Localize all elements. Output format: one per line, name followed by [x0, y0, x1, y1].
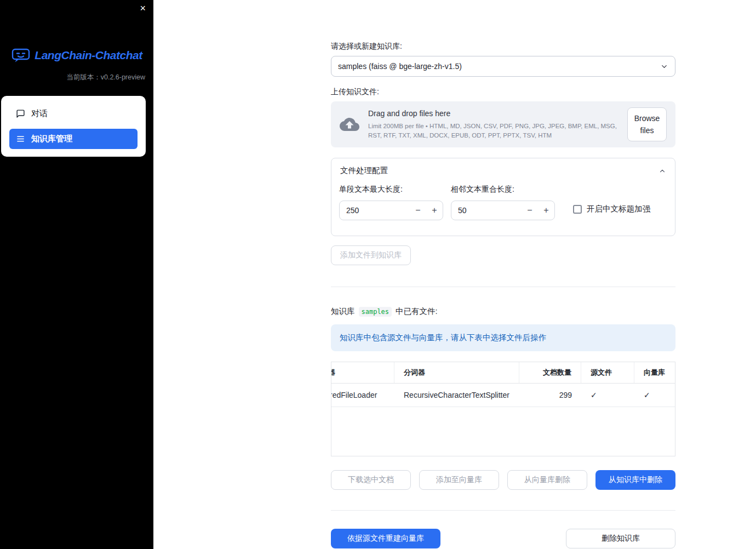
cell-doc-count: 299: [519, 391, 581, 399]
delete-from-kb-button[interactable]: 从知识库中删除: [595, 470, 675, 490]
decrement-button[interactable]: −: [522, 205, 538, 215]
sidebar-menu: 对话 知识库管理: [1, 96, 146, 157]
sidebar-close-icon[interactable]: ×: [140, 3, 146, 13]
sidebar-item-knowledge-base[interactable]: 知识库管理: [9, 129, 138, 149]
chunk-size-field: 单段文本最大长度: 250 − +: [339, 185, 443, 220]
file-config-expander: 文件处理配置 单段文本最大长度: 250 − + 相邻文本重合长度: 50: [331, 158, 675, 236]
kb-select-value: samples (faiss @ bge-large-zh-v1.5): [338, 62, 462, 71]
dropzone-title: Drag and drop files here: [368, 109, 618, 118]
sidebar-item-dialogue[interactable]: 对话: [9, 104, 138, 124]
chunk-overlap-field: 相邻文本重合长度: 50 − +: [451, 185, 555, 220]
dropzone-text: Drag and drop files here Limit 200MB per…: [368, 109, 618, 140]
expander-body: 单段文本最大长度: 250 − + 相邻文本重合长度: 50 − +: [331, 182, 675, 236]
chevron-down-icon: [660, 62, 668, 71]
chunk-size-value[interactable]: 250: [340, 206, 410, 215]
files-table: 器 分词器 文档数量 源文件 向量库 redFileLoader Recursi…: [331, 362, 675, 456]
dropzone-hint: Limit 200MB per file • HTML, MD, JSON, C…: [368, 122, 618, 140]
divider: [331, 510, 675, 511]
cloud-upload-icon: [340, 115, 359, 134]
chunk-overlap-label: 相邻文本重合长度:: [451, 185, 555, 195]
existing-files-prefix: 知识库: [331, 306, 355, 317]
chat-bubble-icon: [16, 109, 25, 118]
column-header-source-file[interactable]: 源文件: [581, 362, 634, 383]
chat-logo-icon: [11, 47, 31, 64]
upload-label: 上传知识文件:: [331, 87, 675, 97]
column-header-vector-store[interactable]: 向量库: [634, 362, 675, 383]
sidebar: × LangChain-Chatchat 当前版本：v0.2.6-preview…: [0, 0, 153, 549]
browse-files-button[interactable]: Browse files: [627, 107, 667, 142]
cell-splitter: RecursiveCharacterTextSplitter: [394, 391, 519, 399]
delete-from-vector-store-button[interactable]: 从向量库删除: [507, 470, 587, 490]
table-header: 器 分词器 文档数量 源文件 向量库: [331, 362, 675, 384]
chunk-size-label: 单段文本最大长度:: [339, 185, 443, 195]
column-header-doc-count[interactable]: 文档数量: [519, 362, 581, 383]
cell-loader: redFileLoader: [331, 391, 394, 399]
chunk-overlap-input[interactable]: 50 − +: [451, 201, 555, 220]
existing-files-heading: 知识库 samples 中已有文件:: [331, 306, 675, 317]
kb-name-code: samples: [359, 307, 392, 317]
expander-header[interactable]: 文件处理配置: [331, 158, 675, 182]
zh-title-enhance-row: 开启中文标题加强: [573, 204, 650, 214]
increment-button[interactable]: +: [426, 205, 443, 215]
column-header-loader[interactable]: 器: [331, 362, 394, 383]
kb-actions: 依据源文件重建向量库 删除知识库: [331, 529, 675, 548]
main-area: 请选择或新建知识库: samples (faiss @ bge-large-zh…: [153, 0, 756, 549]
delete-kb-button[interactable]: 删除知识库: [566, 529, 675, 548]
logo-title: LangChain-Chatchat: [35, 49, 142, 62]
table-row[interactable]: redFileLoader RecursiveCharacterTextSpli…: [331, 384, 675, 407]
chunk-overlap-value[interactable]: 50: [451, 206, 522, 215]
chunk-size-input[interactable]: 250 − +: [339, 201, 443, 220]
app-logo: LangChain-Chatchat: [0, 47, 153, 64]
list-icon: [16, 134, 25, 144]
sidebar-item-label: 对话: [31, 108, 48, 119]
add-files-to-kb-button[interactable]: 添加文件到知识库: [331, 245, 411, 265]
decrement-button[interactable]: −: [410, 205, 426, 215]
chevron-up-icon: [658, 167, 666, 175]
kb-select[interactable]: samples (faiss @ bge-large-zh-v1.5): [331, 56, 675, 77]
kb-select-label: 请选择或新建知识库:: [331, 42, 675, 52]
rebuild-vector-store-button[interactable]: 依据源文件重建向量库: [331, 529, 440, 548]
file-dropzone[interactable]: Drag and drop files here Limit 200MB per…: [331, 101, 675, 147]
version-label: 当前版本：v0.2.6-preview: [0, 73, 153, 82]
zh-title-enhance-checkbox[interactable]: [573, 205, 582, 214]
download-selected-button[interactable]: 下载选中文档: [331, 470, 411, 490]
column-header-splitter[interactable]: 分词器: [394, 362, 519, 383]
increment-button[interactable]: +: [538, 205, 554, 215]
divider: [331, 287, 675, 287]
add-to-vector-store-button[interactable]: 添加至向量库: [419, 470, 499, 490]
cell-source-check: ✓: [581, 391, 634, 399]
row-actions: 下载选中文档 添加至向量库 从向量库删除 从知识库中删除: [331, 470, 675, 490]
existing-files-suffix: 中已有文件:: [396, 306, 438, 317]
cell-vector-check: ✓: [634, 391, 675, 399]
sidebar-item-label: 知识库管理: [31, 134, 72, 144]
expander-title: 文件处理配置: [340, 165, 388, 176]
zh-title-enhance-label: 开启中文标题加强: [587, 204, 650, 214]
info-banner: 知识库中包含源文件与向量库，请从下表中选择文件后操作: [331, 324, 675, 351]
